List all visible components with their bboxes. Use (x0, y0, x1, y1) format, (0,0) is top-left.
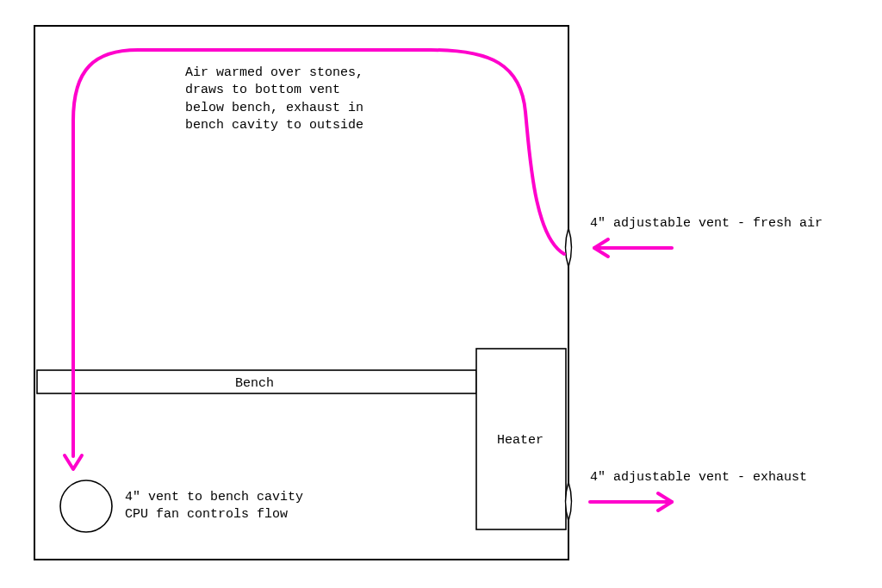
floor-vent-icon (60, 480, 112, 532)
label-floor-vent: 4" vent to bench cavity CPU fan controls… (125, 489, 303, 524)
label-intake-vent: 4" adjustable vent - fresh air (590, 215, 823, 232)
bench-label: Bench (235, 376, 274, 391)
label-exhaust-vent: 4" adjustable vent - exhaust (590, 469, 807, 486)
label-description: Air warmed over stones, draws to bottom … (185, 65, 363, 134)
intake-vent-icon (566, 228, 572, 267)
heater-label: Heater (497, 433, 543, 448)
exhaust-vent-icon (566, 482, 572, 521)
